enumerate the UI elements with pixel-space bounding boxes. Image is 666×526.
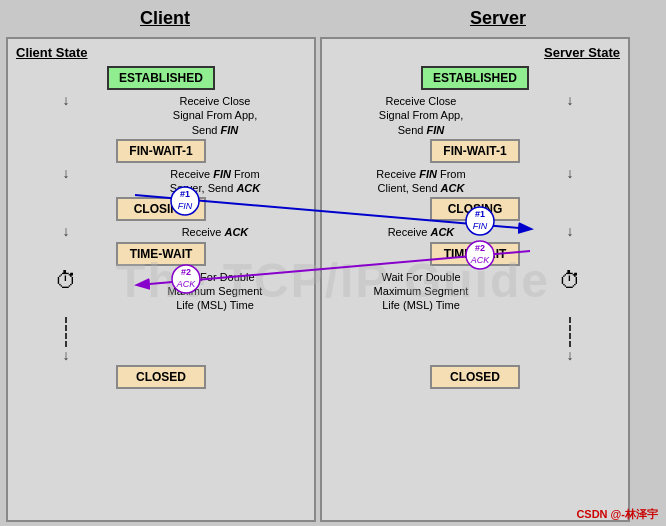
client-fin-wait-1: FIN-WAIT-1	[116, 139, 206, 163]
arrow-down-3: ↓	[63, 223, 70, 239]
server-title: Server	[470, 8, 526, 29]
client-time-wait: TIME-WAIT	[116, 242, 206, 266]
client-label-1: Receive CloseSignal From App,Send FIN	[124, 94, 306, 137]
server-closing: CLOSING	[430, 197, 520, 221]
main-container: Client Server Client State ESTABLISHED ↓…	[0, 0, 666, 526]
csdn-watermark: CSDN @-林泽宇	[576, 507, 658, 522]
right-panel: Server State ESTABLISHED ↓ Receive Close…	[320, 37, 630, 522]
title-row: Client Server	[0, 0, 666, 33]
client-closed: CLOSED	[116, 365, 206, 389]
server-label-4: Wait For DoubleMaximum SegmentLife (MSL)…	[330, 270, 512, 313]
client-established: ESTABLISHED	[107, 66, 215, 90]
diagram-area: Client State ESTABLISHED ↓ Receive Close…	[0, 33, 666, 526]
left-panel: Client State ESTABLISHED ↓ Receive Close…	[6, 37, 316, 522]
server-dashed-line	[569, 317, 571, 347]
server-state-header: Server State	[544, 45, 620, 60]
server-state-column: ESTABLISHED ↓ Receive CloseSignal From A…	[330, 66, 620, 389]
arrow-down-2: ↓	[63, 165, 70, 181]
server-time-wait: TIME-WAIT	[430, 242, 520, 266]
server-timer-icon: ⏱	[559, 268, 581, 294]
server-label-1: Receive CloseSignal From App,Send FIN	[330, 94, 512, 137]
client-dashed-line	[65, 317, 67, 347]
server-arrow-down-3: ↓	[567, 223, 574, 239]
client-label-3: Receive ACK	[124, 225, 306, 239]
server-arrow-down-4: ↓	[567, 347, 574, 363]
client-closing: CLOSING	[116, 197, 206, 221]
server-established: ESTABLISHED	[421, 66, 529, 90]
client-state-column: ESTABLISHED ↓ Receive CloseSignal From A…	[16, 66, 306, 389]
arrow-down-1: ↓	[63, 92, 70, 108]
server-arrow-down-1: ↓	[567, 92, 574, 108]
client-timer-icon: ⏱	[55, 268, 77, 294]
client-title: Client	[140, 8, 190, 29]
client-state-header: Client State	[16, 45, 88, 60]
server-fin-wait-1: FIN-WAIT-1	[430, 139, 520, 163]
server-arrow-down-2: ↓	[567, 165, 574, 181]
arrow-down-4: ↓	[63, 347, 70, 363]
server-label-3: Receive ACK	[330, 225, 512, 239]
server-label-2: Receive FIN FromClient, Send ACK	[330, 167, 512, 196]
client-label-2: Receive FIN FromServer, Send ACK	[124, 167, 306, 196]
client-label-4: Wait For DoubleMaximum SegmentLife (MSL)…	[124, 270, 306, 313]
server-closed: CLOSED	[430, 365, 520, 389]
